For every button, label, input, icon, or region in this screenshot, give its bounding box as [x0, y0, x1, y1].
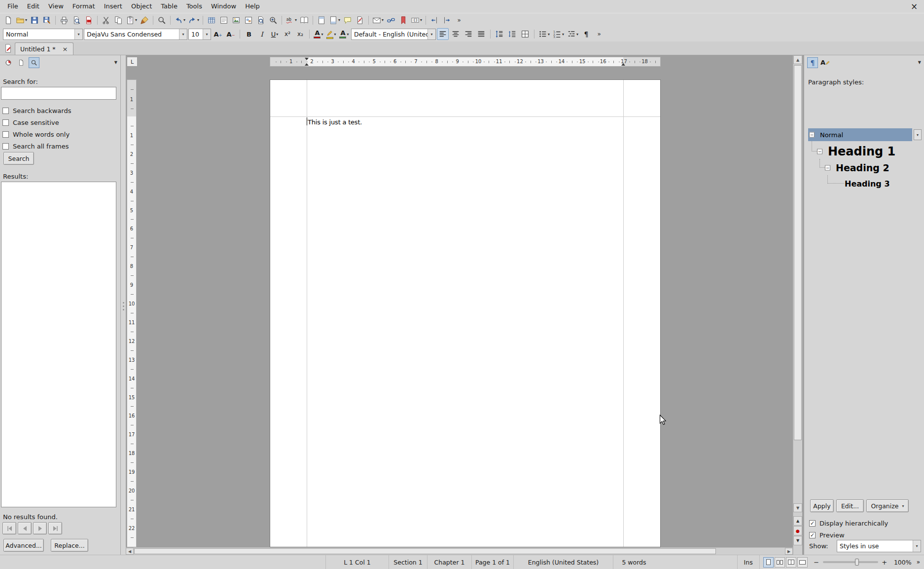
insert-header-button[interactable] — [316, 14, 327, 26]
menu-table[interactable]: Table — [156, 0, 182, 13]
checkbox-icon[interactable] — [809, 532, 816, 538]
sidebar-splitter[interactable] — [121, 55, 126, 555]
vertical-scrollbar[interactable]: ▲ ▼ ▲ ● ▼ — [793, 55, 802, 555]
search-input[interactable] — [1, 87, 116, 100]
style-item-heading-1[interactable]: −Heading 1 — [804, 144, 924, 159]
checkbox-icon[interactable] — [2, 119, 9, 126]
edit-style-button[interactable]: Edit... — [836, 499, 864, 512]
replace-button[interactable]: Replace... — [51, 539, 88, 552]
track-changes-button[interactable] — [354, 14, 366, 26]
menu-view[interactable]: View — [44, 0, 68, 13]
align-justify-button[interactable] — [475, 28, 487, 40]
character-shading-button[interactable]: A — [338, 28, 350, 40]
numbered-list-dropdown-arrow[interactable] — [562, 32, 564, 37]
underline-button[interactable]: U — [269, 28, 281, 40]
line-spacing-button[interactable] — [506, 28, 518, 40]
font-name-combo[interactable]: DejaVu Sans Condensed — [84, 29, 187, 40]
menu-format[interactable]: Format — [68, 0, 100, 13]
indent-marker[interactable] — [305, 58, 309, 60]
zoom-in-button[interactable]: + — [881, 559, 888, 566]
menu-edit[interactable]: Edit — [23, 0, 44, 13]
copy-button[interactable] — [112, 14, 124, 26]
checkbox-icon[interactable] — [2, 143, 9, 150]
tab-close-icon[interactable]: × — [63, 46, 68, 52]
character-shading-dropdown-arrow[interactable] — [347, 32, 349, 37]
view-fullscreen-button[interactable] — [797, 557, 808, 568]
vertical-ruler[interactable]: 112345678910111213141516171819202122 — [127, 79, 137, 547]
style-item-normal[interactable]: −Normal — [804, 128, 924, 141]
font-name-combo-arrow[interactable] — [179, 29, 187, 39]
first-result-button[interactable] — [2, 522, 16, 534]
align-right-button[interactable] — [462, 28, 474, 40]
open-document-button[interactable] — [15, 14, 28, 26]
statusbar-overflow-button[interactable]: » — [917, 559, 920, 566]
document-page[interactable]: This is just a test. — [270, 79, 661, 547]
underline-dropdown-arrow[interactable] — [276, 32, 278, 37]
character-styles-icon[interactable]: A — [820, 57, 831, 68]
styles-filter-combo[interactable]: Styles in use — [837, 540, 921, 552]
outline-promote-button[interactable] — [428, 14, 440, 26]
previous-page-button[interactable]: ▲ — [793, 516, 802, 526]
option-display-hierarchically[interactable]: Display hierarchically — [809, 517, 922, 529]
insert-footer-dropdown-arrow[interactable] — [338, 18, 340, 22]
search-option-search-all-frames[interactable]: Search all frames — [2, 140, 118, 152]
italic-button[interactable]: I — [256, 28, 268, 40]
font-size-combo[interactable]: 10 — [188, 29, 211, 40]
vertical-scrollbar-thumb[interactable] — [794, 65, 802, 440]
indent-marker[interactable] — [305, 63, 309, 66]
search-button[interactable] — [156, 14, 168, 26]
next-page-button[interactable]: ▼ — [793, 536, 802, 545]
save-all-button[interactable] — [41, 14, 53, 26]
font-size-combo-arrow[interactable] — [203, 29, 211, 39]
outline-demote-button[interactable] — [441, 14, 453, 26]
menu-file[interactable]: File — [3, 0, 23, 13]
new-document-button[interactable] — [2, 14, 14, 26]
insert-field-button[interactable] — [410, 14, 423, 26]
search-option-whole-words-only[interactable]: Whole words only — [2, 128, 118, 140]
redo-dropdown-arrow[interactable] — [197, 18, 199, 22]
save-document-button[interactable] — [29, 14, 40, 26]
language-combo-arrow[interactable] — [427, 29, 435, 39]
insert-bookmark-button[interactable] — [397, 14, 409, 26]
paste-dropdown-arrow[interactable] — [135, 18, 137, 22]
tab-type-selector[interactable]: L — [127, 57, 138, 67]
browse-object-button[interactable]: ● — [793, 526, 802, 535]
checkbox-icon[interactable] — [2, 108, 9, 114]
shrink-font-button[interactable]: A− — [225, 28, 237, 40]
scroll-up-icon[interactable]: ▲ — [793, 55, 802, 64]
insert-hyperlink-button[interactable] — [385, 14, 397, 26]
sidebar-search-icon[interactable] — [29, 57, 39, 68]
horizontal-scrollbar-thumb[interactable] — [134, 548, 716, 554]
spell-check-button[interactable] — [284, 14, 298, 26]
insert-table-button[interactable] — [206, 14, 217, 26]
export-pdf-button[interactable] — [83, 14, 95, 26]
menu-object[interactable]: Object — [127, 0, 156, 13]
font-color-button[interactable]: A — [313, 28, 324, 40]
zoom-out-button[interactable]: − — [813, 559, 820, 566]
formatting-toolbar-overflow-button[interactable]: » — [593, 28, 605, 40]
paste-button[interactable] — [125, 14, 138, 26]
undo-dropdown-arrow[interactable] — [183, 18, 185, 22]
zoom-slider-thumb[interactable] — [855, 559, 859, 566]
zoom-slider[interactable] — [823, 561, 878, 563]
insert-picture-frame-button[interactable] — [230, 14, 242, 26]
paragraph-styles-icon[interactable]: ¶ — [807, 57, 818, 68]
grow-font-button[interactable]: A+ — [212, 28, 224, 40]
search-option-search-backwards[interactable]: Search backwards — [2, 105, 118, 116]
advanced-search-button[interactable]: Advanced... — [3, 539, 44, 552]
formatting-marks-button[interactable]: ¶ — [580, 28, 592, 40]
horizontal-ruler[interactable]: 123456789101112131415161718 — [270, 57, 661, 67]
zoom-button[interactable] — [267, 14, 279, 26]
align-center-button[interactable] — [450, 28, 462, 40]
mail-merge-button[interactable] — [371, 14, 385, 26]
collapse-icon[interactable]: − — [825, 165, 830, 170]
insert-footer-button[interactable] — [328, 14, 341, 26]
document-tab[interactable]: Untitled 1 * × — [15, 42, 73, 55]
superscript-button[interactable]: x² — [282, 28, 293, 40]
view-book-button[interactable] — [786, 557, 796, 568]
search-button[interactable]: Search — [3, 152, 34, 165]
table-borders-button[interactable] — [519, 28, 531, 40]
style-combo-arrow-icon[interactable] — [914, 129, 922, 140]
checkbox-icon[interactable] — [2, 131, 9, 138]
open-document-dropdown-arrow[interactable] — [25, 18, 27, 22]
